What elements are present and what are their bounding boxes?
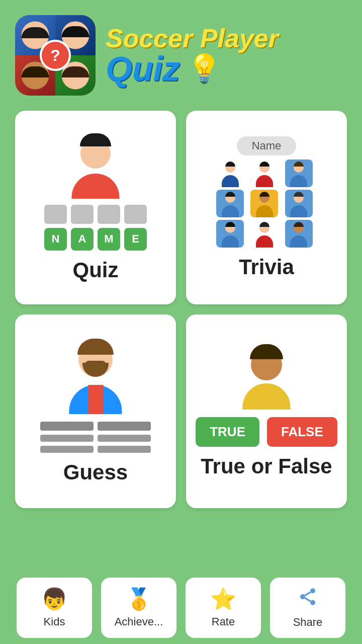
tof-buttons: TRUE FALSE <box>196 417 337 447</box>
share-icon <box>298 587 318 612</box>
false-button[interactable]: FALSE <box>267 417 337 447</box>
trivia-player-grid <box>216 159 317 248</box>
bottom-nav: 👦 Kids 🥇 Achieve... ⭐ Rate Share <box>0 571 362 644</box>
true-button[interactable]: TRUE <box>196 417 259 447</box>
tof-label: True or False <box>201 454 332 478</box>
guess-label: Guess <box>63 460 128 485</box>
letter-a: A <box>71 228 94 251</box>
trivia-player-6 <box>285 190 313 217</box>
svg-point-1 <box>300 594 305 599</box>
svg-point-2 <box>310 600 315 605</box>
guess-avatar <box>58 339 133 414</box>
kids-icon: 👦 <box>41 587 67 611</box>
svg-line-3 <box>305 598 310 601</box>
trivia-player-9 <box>285 220 313 248</box>
title-soccer: Soccer Player <box>106 24 279 53</box>
quiz-label: Quiz <box>73 258 119 282</box>
trivia-name-bar: Name <box>237 136 297 155</box>
achievements-label: Achieve... <box>115 615 163 628</box>
svg-point-0 <box>310 588 315 593</box>
main-grid: N A M E Quiz Name <box>0 106 362 518</box>
trivia-card[interactable]: Name <box>186 111 347 304</box>
nav-share[interactable]: Share <box>270 578 345 638</box>
trivia-player-4 <box>216 190 244 217</box>
nav-rate[interactable]: ⭐ Rate <box>186 578 261 638</box>
kids-label: Kids <box>44 615 65 628</box>
trivia-label: Trivia <box>239 255 294 279</box>
nav-kids[interactable]: 👦 Kids <box>17 578 92 638</box>
tof-avatar <box>234 344 299 410</box>
rate-label: Rate <box>212 615 235 628</box>
share-label: Share <box>293 616 323 629</box>
rate-icon: ⭐ <box>210 587 236 611</box>
app-icon: ? <box>15 15 96 96</box>
letter-e: E <box>124 228 147 251</box>
guess-card[interactable]: Guess <box>15 314 176 508</box>
quiz-avatar <box>63 133 128 199</box>
trivia-player-7 <box>216 220 244 248</box>
quiz-card[interactable]: N A M E Quiz <box>15 111 176 304</box>
trivia-player-3 <box>285 159 313 187</box>
app-title: Soccer Player Quiz 💡 <box>106 25 279 86</box>
title-quiz: Quiz <box>106 51 179 86</box>
svg-line-4 <box>305 592 310 595</box>
trivia-player-5 <box>250 190 278 217</box>
nav-achievements[interactable]: 🥇 Achieve... <box>101 578 176 638</box>
trivia-content: Name <box>194 136 339 248</box>
trivia-player-1 <box>216 159 244 187</box>
letter-n: N <box>44 228 67 251</box>
trivia-player-8 <box>250 220 278 248</box>
quiz-name-letters: N A M E <box>44 228 147 251</box>
trivia-player-2 <box>250 159 278 187</box>
guess-lines <box>40 422 151 453</box>
achievements-icon: 🥇 <box>126 587 152 611</box>
app-header: ? Soccer Player Quiz 💡 <box>0 0 362 106</box>
true-or-false-card[interactable]: TRUE FALSE True or False <box>186 314 347 508</box>
bulb-icon: 💡 <box>187 52 222 85</box>
quiz-name-blanks <box>44 205 147 224</box>
letter-m: M <box>98 228 120 251</box>
